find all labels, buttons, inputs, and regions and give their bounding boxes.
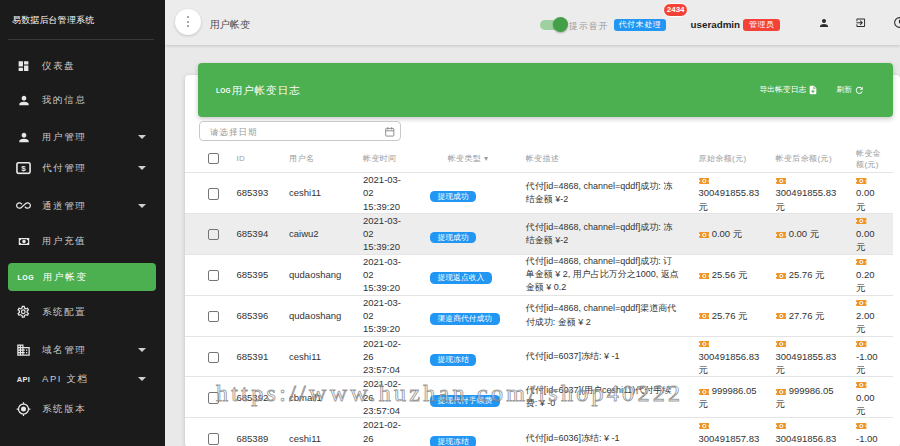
svg-text:$: $ (21, 164, 26, 173)
